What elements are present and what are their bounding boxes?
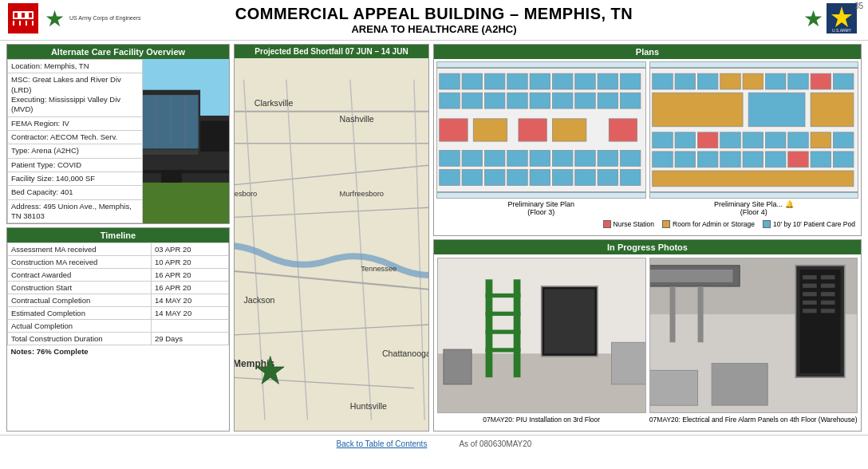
svg-rect-102 [652,93,742,127]
svg-rect-151 [820,301,834,305]
svg-rect-86 [530,170,550,186]
floor3-container: Preliminary Site Plan(Floor 3) [436,61,646,216]
timeline-table: Assessment MA received 03 APR 20 Constru… [7,242,229,357]
photo1-caption: 07MAY20: PIU Installation on 3rd Floor [437,416,646,424]
svg-rect-82 [440,170,460,186]
svg-rect-114 [652,152,673,168]
svg-rect-66 [598,93,618,108]
svg-rect-120 [787,152,808,168]
svg-rect-115 [675,152,696,168]
svg-rect-52 [484,73,505,89]
svg-rect-80 [598,151,618,167]
svg-rect-76 [507,151,528,167]
table-row: Address: 495 Union Ave., Memphis, TN 381… [8,199,143,223]
svg-rect-143 [803,275,817,279]
overview-header: Alternate Care Facility Overview [7,45,229,59]
right-column: Plans [433,44,862,432]
svg-rect-119 [765,152,786,168]
svg-rect-55 [552,73,573,89]
overview-table: Location: Memphis, TN MSC: Great Lakes a… [7,59,143,223]
legend-admin-label: Room for Admin or Storage [673,220,755,228]
table-row: Total Construction Duration 29 Days [8,333,229,345]
table-row: Contract Awarded 16 APR 20 [8,269,229,282]
svg-text:Nashville: Nashville [340,114,374,124]
svg-rect-156 [669,286,675,342]
svg-rect-106 [675,132,696,148]
photo2-image [649,258,858,413]
svg-rect-67 [620,93,641,108]
svg-rect-59 [440,93,460,108]
legend-patient-pod: 10' by 10' Patient Care Pod [763,220,855,228]
photo2-container: 07MAY20: Electrical and Fire Alarm Panel… [649,258,858,424]
svg-rect-89 [598,170,618,186]
svg-rect-145 [803,292,817,296]
building-image [143,59,229,223]
svg-rect-129 [544,290,594,354]
svg-rect-85 [507,170,528,186]
svg-rect-21 [186,95,198,148]
table-row: Actual Completion [8,320,229,333]
svg-rect-62 [507,93,528,108]
table-row: Location: Memphis, TN [8,60,143,73]
svg-rect-95 [697,73,718,89]
photo2-caption: 07MAY20: Electrical and Fire Alarm Panel… [649,416,858,424]
page-subtitle: ARENA TO HEALTHCARE (A2HC) [235,23,633,35]
plans-section: Plans [433,44,862,236]
svg-rect-101 [833,73,854,89]
star-right-icon: ★ [803,6,823,32]
svg-rect-93 [652,73,673,89]
svg-rect-158 [650,370,698,405]
svg-rect-112 [811,132,831,148]
timeline-section: Timeline Assessment MA received 03 APR 2… [6,227,230,432]
svg-rect-20 [172,95,183,148]
photo1-image [437,258,646,413]
svg-rect-9 [27,21,32,26]
svg-rect-63 [530,93,550,108]
plans-legend: Nurse Station Room for Admin or Storage … [436,219,858,230]
svg-rect-104 [811,93,854,127]
svg-rect-133 [486,312,521,316]
corps-label: US Army Corps of Engineers [69,15,140,22]
svg-rect-108 [720,132,740,148]
floor4-caption: Preliminary Site Pla... 🔔(Floor 4) [714,200,794,216]
svg-rect-79 [575,151,596,167]
main-content: Alternate Care Facility Overview Locatio… [0,41,868,435]
floor3-image [436,61,646,199]
shortfall-header: Projected Bed Shortfall 07 JUN – 14 JUN [235,45,428,58]
svg-rect-152 [820,309,834,313]
svg-rect-144 [803,284,817,288]
back-to-toc-link[interactable]: Back to Table of Contents [337,439,428,448]
table-row: MSC: Great Lakes and River Div (LRD)Exec… [8,73,143,116]
usace-logo [8,3,38,34]
svg-rect-7 [14,21,19,26]
middle-column: Projected Bed Shortfall 07 JUN – 14 JUN [234,44,429,432]
svg-rect-118 [743,152,763,168]
svg-rect-65 [575,93,596,108]
svg-rect-135 [486,348,521,352]
svg-rect-3 [13,19,34,21]
svg-rect-64 [552,93,573,108]
svg-rect-150 [820,292,834,296]
photos-content: 07MAY20: PIU Installation on 3rd Floor [434,254,861,428]
plans-images: Preliminary Site Plan(Floor 3) [436,61,858,216]
table-row: Estimated Completion 14 MAY 20 [8,307,229,320]
page-header: ★ US Army Corps of Engineers COMMERCIAL … [0,0,868,41]
floor4-image [649,61,859,199]
svg-text:Huntsville: Huntsville [350,401,387,411]
svg-rect-87 [552,170,573,186]
notes-row: Notes: 76% Complete [8,345,229,358]
svg-rect-73 [440,151,460,167]
svg-rect-154 [650,270,732,282]
svg-rect-26 [235,58,428,431]
svg-rect-74 [462,151,483,167]
svg-text:Jackson: Jackson [243,295,274,305]
star-left-icon: ★ [45,6,65,32]
svg-rect-110 [765,132,786,148]
svg-rect-58 [620,73,641,89]
svg-rect-57 [598,73,618,89]
svg-rect-109 [743,132,763,148]
svg-rect-90 [620,170,641,186]
svg-rect-94 [675,73,696,89]
page-number: 35 [854,2,863,10]
svg-rect-22 [200,120,229,152]
